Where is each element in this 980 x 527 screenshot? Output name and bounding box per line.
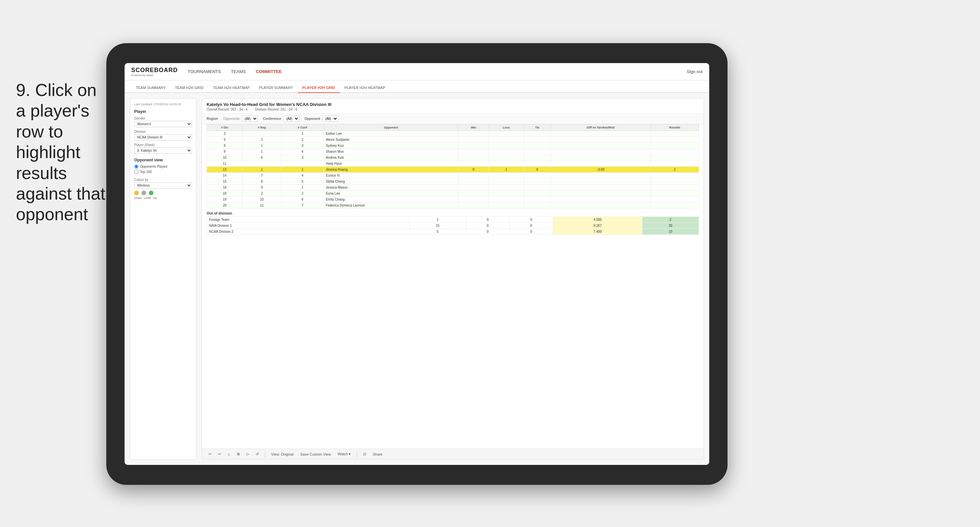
region-label: Region bbox=[207, 117, 218, 121]
col-rounds: Rounds bbox=[651, 125, 699, 131]
filter-opponents-group: Opponents: (All) bbox=[223, 116, 258, 122]
tab-team-summary[interactable]: TEAM SUMMARY bbox=[131, 83, 170, 93]
grid-button[interactable]: ⊞ bbox=[235, 451, 242, 457]
sub-nav: TEAM SUMMARY TEAM H2H GRID TEAM H2H HEAT… bbox=[124, 80, 709, 93]
grid-records: Overall Record: 353 - 34 - 6 Division Re… bbox=[207, 108, 699, 111]
reset-button[interactable]: ⎌ bbox=[226, 452, 232, 457]
watch-button[interactable]: Watch ▾ bbox=[336, 451, 353, 457]
division-select[interactable]: NCAA Division III bbox=[134, 134, 192, 140]
play-button[interactable]: ▷ bbox=[245, 451, 251, 457]
tab-player-h2h-grid[interactable]: PLAYER H2H GRID bbox=[298, 83, 340, 93]
radio-top100[interactable]: Top 100 bbox=[134, 170, 192, 174]
table-row[interactable]: 1311Jessica Huang010-3.002 bbox=[207, 167, 699, 173]
table-row[interactable]: 914Sharon Mun bbox=[207, 149, 699, 155]
nav-items: TOURNAMENTS TEAMS COMMITTEE bbox=[188, 68, 687, 75]
table-row[interactable]: 1474Eunice Yi bbox=[207, 173, 699, 179]
main-content: Last Updated: 27/03/2024 16:55:28 Player… bbox=[124, 93, 709, 465]
undo-button[interactable]: ↩ bbox=[207, 451, 213, 457]
grid-header: Katelyn Vo Head-to-Head Grid for Women's… bbox=[202, 98, 703, 114]
table-row[interactable]: 1822Euna Lee bbox=[207, 190, 699, 197]
out-of-division-row[interactable]: NAIA Division 115009.26730 bbox=[207, 223, 699, 229]
table-row[interactable]: 20117Federica Domecq Lacroze bbox=[207, 203, 699, 208]
logo-area: SCOREBOARD Powered by clippd bbox=[131, 67, 178, 77]
out-of-division-row[interactable]: NCAA Division 25007.40010 bbox=[207, 229, 699, 235]
colour-by: Colour by Win/loss Down Level Up bbox=[134, 178, 192, 200]
legend-label-up: Up bbox=[153, 196, 157, 200]
filter-opponent-group: Opponent (All) bbox=[305, 116, 338, 122]
col-div: # Div bbox=[207, 125, 242, 131]
table-header-row: # Div # Reg # Conf Opponent Win Loss Tie… bbox=[207, 125, 699, 131]
tablet-screen: SCOREBOARD Powered by clippd TOURNAMENTS… bbox=[124, 63, 709, 465]
col-opponent: Opponent bbox=[324, 125, 458, 131]
table-row[interactable]: 613Sydney Kuo bbox=[207, 143, 699, 149]
data-table-wrapper: # Div # Reg # Conf Opponent Win Loss Tie… bbox=[202, 124, 703, 449]
legend-dot-up bbox=[149, 190, 153, 195]
col-diff: Diff Av Strokes/Rnd bbox=[550, 125, 651, 131]
filter-row: Region Opponents: (All) Conference (All) bbox=[202, 114, 703, 124]
filter-region-group: Region bbox=[207, 117, 218, 121]
out-of-division-title: Out of division bbox=[207, 208, 699, 216]
sidebar: Last Updated: 27/03/2024 16:55:28 Player… bbox=[130, 98, 196, 460]
colour-by-select[interactable]: Win/loss bbox=[134, 182, 192, 189]
col-loss: Loss bbox=[489, 125, 524, 131]
filter-conference-group: Conference (All) bbox=[263, 116, 299, 122]
legend-label-down: Down bbox=[134, 196, 142, 200]
nav-committee[interactable]: COMMITTEE bbox=[256, 68, 282, 75]
tab-player-summary[interactable]: PLAYER SUMMARY bbox=[255, 83, 298, 93]
toolbar-divider-2 bbox=[357, 451, 357, 457]
sidebar-player-title: Player bbox=[134, 109, 192, 114]
table-row[interactable]: 11Heeji Hyun bbox=[207, 161, 699, 167]
share-button[interactable]: Share bbox=[371, 452, 384, 457]
table-row[interactable]: 1585Stella Cheng bbox=[207, 179, 699, 185]
view-original-button[interactable]: View: Original bbox=[269, 452, 296, 457]
gender-select[interactable]: Women's bbox=[134, 121, 192, 127]
top-nav: SCOREBOARD Powered by clippd TOURNAMENTS… bbox=[124, 63, 709, 80]
nav-tournaments[interactable]: TOURNAMENTS bbox=[188, 68, 221, 75]
bottom-toolbar: ↩ ↩ ⎌ ⊞ ▷ ↺ View: Original Save Custom V… bbox=[202, 449, 703, 459]
opponent-filter-label: Opponent bbox=[305, 117, 320, 121]
region-filter-select[interactable]: (All) bbox=[242, 116, 258, 122]
gender-label: Gender bbox=[134, 117, 192, 120]
table-row[interactable]: 31Esther Lee bbox=[207, 131, 699, 137]
tab-team-h2h-heatmap[interactable]: TEAM H2H HEATMAP bbox=[208, 83, 255, 93]
table-row[interactable]: 1063Andrea York bbox=[207, 155, 699, 161]
player-select[interactable]: 8. Katelyn Vo bbox=[134, 148, 192, 154]
save-custom-view-button[interactable]: Save Custom View bbox=[298, 452, 333, 457]
out-of-division-row[interactable]: Foreign Team1004.5002 bbox=[207, 217, 699, 223]
conference-filter-select[interactable]: (All) bbox=[283, 116, 299, 122]
main-table: # Div # Reg # Conf Opponent Win Loss Tie… bbox=[207, 124, 699, 208]
nav-teams[interactable]: TEAMS bbox=[231, 68, 246, 75]
colour-by-label: Colour by bbox=[134, 178, 192, 182]
division-label: Division bbox=[134, 130, 192, 133]
table-row[interactable]: 522Alexis Sudjianto bbox=[207, 137, 699, 143]
opponents-sublabel: Opponents: bbox=[223, 117, 240, 121]
tab-player-h2h-heatmap[interactable]: PLAYER H2H HEATMAP bbox=[340, 83, 390, 93]
opponent-view-title: Opponent view bbox=[134, 158, 192, 162]
col-conf: # Conf bbox=[282, 125, 324, 131]
sidebar-timestamp: Last Updated: 27/03/2024 16:55:28 bbox=[134, 103, 192, 106]
legend-dot-level bbox=[142, 190, 146, 195]
sign-out-link[interactable]: Sign out bbox=[687, 69, 703, 74]
radio-opponents-played[interactable]: Opponents Played bbox=[134, 164, 192, 169]
tab-team-h2h-grid[interactable]: TEAM H2H GRID bbox=[170, 83, 208, 93]
table-row[interactable]: 1691Jessica Mason bbox=[207, 185, 699, 190]
table-row[interactable]: 19106Emily Chang bbox=[207, 197, 699, 203]
col-tie: Tie bbox=[524, 125, 550, 131]
legend-dot-down bbox=[134, 190, 139, 195]
legend-label-level: Level bbox=[144, 196, 151, 200]
out-of-division-table: Foreign Team1004.5002NAIA Division 11500… bbox=[207, 216, 699, 235]
legend-labels: Down Level Up bbox=[134, 196, 192, 200]
division-record: Division Record: 331 - 34 - 6 bbox=[255, 108, 298, 111]
toolbar-divider-1 bbox=[265, 451, 265, 457]
logo-text: SCOREBOARD bbox=[131, 67, 178, 74]
grid-title: Katelyn Vo Head-to-Head Grid for Women's… bbox=[207, 102, 699, 107]
refresh-button[interactable]: ↺ bbox=[254, 451, 261, 457]
layout-button[interactable]: ⊡ bbox=[361, 451, 368, 457]
grid-panel: Katelyn Vo Head-to-Head Grid for Women's… bbox=[202, 98, 704, 460]
overall-record: Overall Record: 353 - 34 - 6 bbox=[207, 108, 248, 111]
player-rank-label: Player (Rank) bbox=[134, 143, 192, 147]
redo-button[interactable]: ↩ bbox=[216, 451, 223, 457]
tablet-shell: SCOREBOARD Powered by clippd TOURNAMENTS… bbox=[106, 43, 727, 485]
opponent-filter-select[interactable]: (All) bbox=[322, 116, 338, 122]
instruction-text: 9. Click on a player's row to highlight … bbox=[16, 80, 109, 225]
